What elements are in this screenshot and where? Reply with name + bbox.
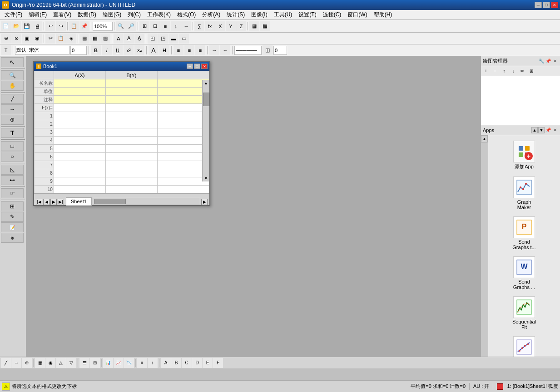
btb-17[interactable]: C (182, 358, 192, 368)
btb-10[interactable]: 📊 (103, 358, 113, 368)
cell-a9[interactable] (54, 177, 105, 186)
data-reader-tool[interactable]: ⊞ (1, 201, 24, 211)
border-color-btn[interactable]: ◫ (263, 45, 273, 55)
draw-btn-10[interactable]: ▧ (100, 34, 110, 44)
line-width-input[interactable] (273, 46, 287, 55)
btb-7[interactable]: ▽ (66, 358, 76, 368)
cell-a-unit[interactable] (54, 88, 105, 96)
font-name-input[interactable] (15, 46, 69, 55)
cell-a7[interactable] (54, 161, 105, 169)
note-tool[interactable]: 📝 (1, 222, 24, 232)
book1-close[interactable]: ✕ (201, 64, 208, 69)
btb-5[interactable]: ◉ (45, 358, 55, 368)
sheet-nav-first[interactable]: |◀ (36, 199, 42, 205)
draw-line-tool[interactable]: ╱ (1, 94, 24, 104)
subscript-btn[interactable]: x₂ (134, 45, 144, 55)
menu-help[interactable]: 帮助(H) (371, 10, 395, 20)
cell-b-comment[interactable] (105, 96, 157, 104)
tb-btn-5[interactable]: ↔ (181, 21, 191, 31)
bold-button[interactable]: B (91, 45, 101, 55)
paste-btn[interactable]: 📌 (79, 21, 89, 31)
redo-btn[interactable]: ↪ (56, 21, 66, 31)
draw-btn-12[interactable]: A̲ (124, 34, 134, 44)
draw-btn-2[interactable]: ⊗ (11, 34, 21, 44)
cell-c-formula[interactable] (157, 104, 209, 112)
tb-btn-11[interactable]: ▦ (249, 21, 259, 31)
align-left-btn[interactable]: ≡ (173, 45, 183, 55)
btb-3[interactable]: ⊕ (22, 358, 32, 368)
apps-scroll-up-header[interactable]: ▲ (531, 127, 538, 133)
cell-c-comment[interactable] (157, 96, 209, 104)
font-color-btn[interactable]: A (149, 45, 159, 55)
apps-close-btn[interactable]: ✕ (552, 127, 558, 133)
draw-arrow-tool[interactable]: → (1, 104, 24, 114)
vscroll-down-btn[interactable]: ▼ (203, 175, 209, 181)
gm-down-btn[interactable]: ↓ (509, 67, 517, 75)
sheet-nav-last[interactable]: ▶| (58, 199, 64, 205)
highlight-btn[interactable]: H (159, 45, 169, 55)
menu-format[interactable]: 格式(O) (174, 10, 198, 20)
book1-vscrollbar[interactable]: ▲ ▼ (202, 80, 209, 181)
cell-b5[interactable] (105, 145, 157, 153)
diagonal-tool[interactable]: ◺ (1, 165, 24, 175)
cell-a-formula[interactable] (54, 104, 105, 112)
draw-btn-17[interactable]: ▭ (179, 34, 189, 44)
cell-a10[interactable] (54, 186, 105, 194)
draw-btn-15[interactable]: ◳ (158, 34, 168, 44)
graph-manager-pin-btn[interactable]: 📌 (545, 58, 551, 64)
draw-btn-11[interactable]: A (114, 34, 124, 44)
cell-a-comment[interactable] (54, 96, 105, 104)
underline-button[interactable]: U (113, 45, 123, 55)
col-header-a[interactable]: A(X) (54, 71, 105, 79)
cell-b-unit[interactable] (105, 88, 157, 96)
btb-13[interactable]: ≡ (137, 358, 147, 368)
cell-c6[interactable] (157, 153, 209, 161)
btb-20[interactable]: F (213, 358, 223, 368)
minimize-button[interactable]: ─ (535, 2, 542, 8)
tb-btn-10[interactable]: Z (236, 21, 246, 31)
tb-btn-6[interactable]: ∑ (194, 21, 204, 31)
vscroll-thumb[interactable] (203, 93, 209, 106)
btb-2[interactable]: → (11, 358, 21, 368)
apps-scroll-up-btn[interactable]: ▲ (481, 135, 488, 142)
zoom-out-btn[interactable]: 🔎 (126, 21, 136, 31)
cell-c4[interactable] (157, 137, 209, 145)
cell-a2[interactable] (54, 120, 105, 128)
sheet-nav-next[interactable]: ▶ (50, 199, 57, 205)
zoom-input[interactable] (93, 22, 113, 31)
menu-edit[interactable]: 编辑(E) (26, 10, 50, 20)
superscript-btn[interactable]: x² (124, 45, 134, 55)
book1-minimize[interactable]: ─ (187, 64, 193, 69)
border-width-input[interactable] (234, 46, 262, 55)
cell-a1[interactable] (54, 112, 105, 120)
cell-a3[interactable] (54, 128, 105, 137)
tb-btn-3[interactable]: ≡ (160, 21, 170, 31)
hscroll-right-btn[interactable]: ▶ (201, 199, 208, 205)
menu-image[interactable]: 图像(I) (248, 10, 270, 20)
app-item-seqfit[interactable]: SequentialFit (492, 294, 556, 332)
sheet-nav-prev[interactable]: ◀ (43, 199, 50, 205)
tb-btn-8[interactable]: X (215, 21, 225, 31)
print-btn[interactable]: 🖨 (32, 21, 42, 31)
menu-settings[interactable]: 设置(T) (296, 10, 319, 20)
new-file-btn[interactable]: 📄 (1, 21, 11, 31)
zoom-in-btn[interactable]: 🔍 (116, 21, 126, 31)
btb-16[interactable]: B (171, 358, 181, 368)
book1-hscrollbar[interactable] (93, 198, 200, 205)
gm-edit-btn[interactable]: ✏ (518, 67, 526, 75)
gm-add-btn[interactable]: + (482, 67, 490, 75)
menu-worksheet[interactable]: 工作表(K) (144, 10, 173, 20)
menu-plot[interactable]: 绘图(G) (100, 10, 124, 20)
menu-tools[interactable]: 工具(U) (271, 10, 295, 20)
menu-view[interactable]: 查看(V) (50, 10, 74, 20)
col-header-b[interactable]: B(Y) (105, 71, 157, 79)
hscroll-thumb[interactable] (94, 199, 126, 204)
tb-btn-12[interactable]: ▩ (260, 21, 270, 31)
cell-a-longname[interactable] (54, 79, 105, 88)
draw-btn-16[interactable]: ▬ (168, 34, 178, 44)
open-btn[interactable]: 📂 (11, 21, 21, 31)
menu-window[interactable]: 窗口(W) (345, 10, 370, 20)
btb-4[interactable]: ▦ (35, 358, 45, 368)
btb-9[interactable]: ⊞ (90, 358, 100, 368)
apps-scroll-down-header[interactable]: ▼ (538, 127, 545, 133)
